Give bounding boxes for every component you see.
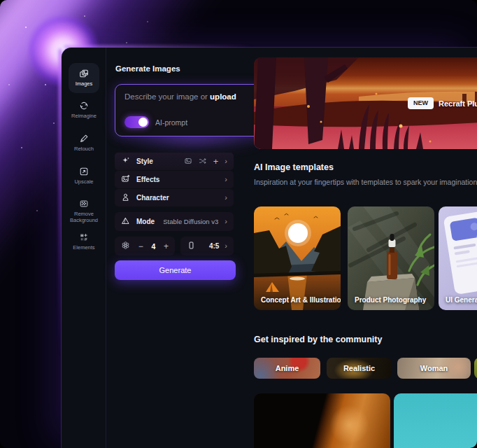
chevron-right-icon: › [225, 158, 227, 165]
sidebar-item-label: Elements [73, 244, 94, 251]
content-area: NEW Recraft Plus AI Image templates Insp… [254, 48, 477, 448]
ai-prompt-toggle-row: AI-prompt [124, 116, 187, 128]
app-window: Images Reimagine Retou [62, 48, 477, 448]
mode-icon [121, 216, 130, 228]
community-chip-partial[interactable] [474, 358, 477, 379]
template-card-label: UI Generation [446, 296, 477, 304]
ai-prompt-label: AI-prompt [155, 118, 187, 127]
ai-prompt-toggle[interactable] [124, 116, 149, 128]
sidebar-item-label: Retouch [74, 146, 94, 152]
mode-value: Stable Diffusion v3 [163, 218, 218, 225]
retouch-icon [79, 134, 89, 144]
character-icon [121, 192, 130, 204]
chip-label: Anime [276, 364, 299, 372]
templates-section-title: AI Image templates [254, 162, 334, 172]
style-label: Style [136, 158, 153, 165]
templates-section-subtitle: Inspiration at your fingertips with temp… [254, 178, 477, 186]
style-wand-icon [121, 155, 130, 168]
style-image-icon[interactable] [184, 155, 192, 168]
chevron-right-icon: › [225, 218, 227, 225]
community-chip-realistic[interactable]: Realistic [327, 358, 392, 379]
chevron-right-icon: › [225, 176, 227, 183]
increase-count-button[interactable]: + [164, 242, 169, 251]
decrease-count-button[interactable]: − [138, 242, 143, 251]
template-card-concept-art[interactable]: Concept Art & Illustration [254, 206, 341, 310]
ui-generation-thumbnail [439, 206, 477, 310]
sidebar-item-elements[interactable]: Elements [62, 232, 106, 251]
mode-row[interactable]: Mode Stable Diffusion v3 › [115, 212, 234, 231]
toggle-knob [138, 118, 148, 127]
sidebar-item-label: Images [76, 80, 93, 87]
chip-label: Woman [420, 364, 448, 372]
generate-button[interactable]: Generate [115, 260, 236, 280]
sidebar-item-label: Upscale [74, 178, 93, 185]
template-card-label: Concept Art & Illustration [261, 296, 341, 304]
community-section-title: Get inspired by the community [254, 335, 382, 344]
promo-banner[interactable]: NEW Recraft Plus [254, 57, 477, 149]
prompt-input[interactable]: Describe your image or upload AI-prompt [115, 84, 273, 136]
generation-options: Style + › [115, 153, 234, 207]
mode-label: Mode [136, 218, 155, 225]
prompt-placeholder-text: Describe your image or [124, 92, 210, 101]
add-style-icon[interactable]: + [213, 157, 219, 166]
sidebar: Images Reimagine Retou [62, 48, 106, 448]
sidebar-item-retouch[interactable]: Retouch [62, 134, 106, 152]
sidebar-item-label: Reimagine [71, 113, 97, 119]
sidebar-item-label: Remove Background [64, 211, 104, 224]
reimagine-icon [79, 101, 89, 111]
shuffle-icon[interactable] [199, 155, 207, 168]
product-photography-thumbnail [348, 206, 434, 310]
chevron-right-icon: › [225, 242, 227, 250]
upscale-icon [79, 167, 89, 176]
character-row[interactable]: Character › [115, 189, 234, 206]
count-value: 4 [151, 242, 155, 251]
character-label: Character [136, 194, 169, 202]
aspect-ratio-selector[interactable]: 4:5 › [180, 237, 234, 255]
style-row[interactable]: Style + › [115, 153, 234, 170]
image-count-stepper: − 4 + [115, 237, 175, 255]
style-row-actions: + › [184, 155, 227, 168]
sidebar-item-upscale[interactable]: Upscale [62, 167, 106, 185]
new-badge: NEW [408, 97, 434, 109]
prompt-placeholder: Describe your image or upload [115, 85, 272, 101]
elements-icon [79, 232, 89, 242]
upload-link[interactable]: upload [210, 92, 236, 101]
sidebar-item-remove-background[interactable]: Remove Background [62, 199, 106, 224]
community-chip-woman[interactable]: Woman [397, 358, 471, 379]
portrait-ratio-icon [187, 240, 196, 253]
sidebar-item-reimagine[interactable]: Reimagine [62, 101, 106, 119]
template-card-label: Product Photography [355, 296, 426, 304]
community-chip-anime[interactable]: Anime [254, 358, 320, 379]
page-title: Generate Images [115, 64, 180, 73]
remove-background-icon [79, 199, 89, 209]
sidebar-item-images[interactable]: Images [69, 63, 99, 93]
template-card-product-photography[interactable]: Product Photography [348, 206, 434, 310]
community-image-sky-clouds[interactable] [394, 393, 477, 448]
background-sparkles [0, 0, 1, 1]
chip-label: Realistic [343, 364, 375, 372]
screen: Images Reimagine Retou [0, 0, 477, 448]
effects-row[interactable]: Effects › [115, 171, 234, 188]
community-image-orange-texture[interactable] [254, 393, 390, 448]
banner-title: Recraft Plus [439, 99, 477, 108]
effects-label: Effects [136, 176, 159, 183]
template-card-ui-generation[interactable]: UI Generation [439, 206, 477, 310]
ratio-value: 4:5 [209, 242, 219, 250]
chevron-right-icon: › [225, 194, 227, 202]
flower-count-icon [121, 240, 130, 253]
images-icon [79, 69, 89, 78]
concept-art-thumbnail [254, 206, 341, 310]
effects-icon [121, 174, 130, 186]
